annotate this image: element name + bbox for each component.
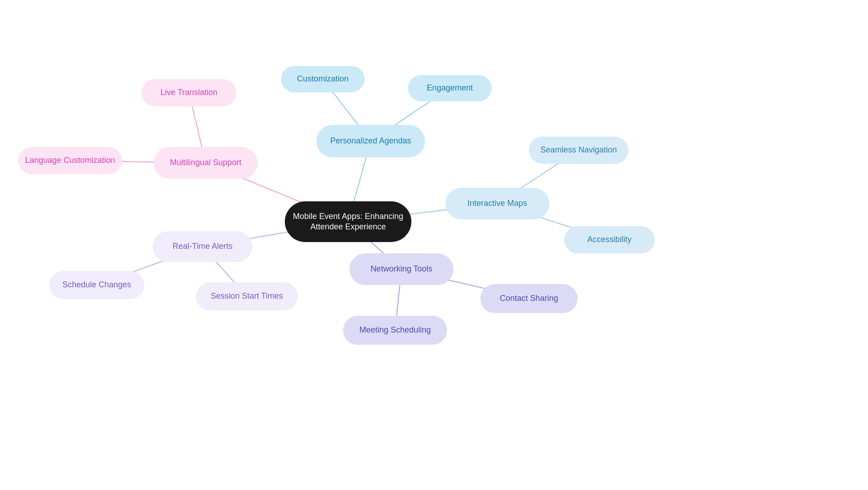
meeting-scheduling-label: Meeting Scheduling	[356, 325, 434, 335]
meeting-scheduling-node[interactable]: Meeting Scheduling	[343, 316, 447, 345]
schedule-changes-label: Schedule Changes	[59, 280, 135, 290]
networking-tools-label: Networking Tools	[367, 264, 436, 274]
accessibility-label: Accessibility	[584, 234, 635, 245]
accessibility-node[interactable]: Accessibility	[564, 226, 655, 253]
engagement-node[interactable]: Engagement	[408, 75, 492, 101]
customization-node[interactable]: Customization	[281, 66, 365, 92]
center-node-label: Mobile Event Apps: Enhancing Attendee Ex…	[285, 211, 411, 233]
interactive-maps-label: Interactive Maps	[464, 198, 531, 209]
schedule-changes-node[interactable]: Schedule Changes	[49, 271, 144, 299]
live-translation-node[interactable]: Live Translation	[142, 79, 236, 106]
seamless-navigation-node[interactable]: Seamless Navigation	[529, 137, 628, 164]
real-time-alerts-node[interactable]: Real-Time Alerts	[153, 231, 252, 262]
language-customization-label: Language Customization	[21, 155, 118, 166]
session-start-times-label: Session Start Times	[207, 291, 287, 301]
center-node[interactable]: Mobile Event Apps: Enhancing Attendee Ex…	[285, 201, 411, 242]
networking-tools-node[interactable]: Networking Tools	[349, 253, 453, 285]
multilingual-support-label: Multilingual Support	[166, 157, 245, 168]
multilingual-support-node[interactable]: Multilingual Support	[154, 147, 258, 179]
session-start-times-node[interactable]: Session Start Times	[196, 282, 298, 310]
live-translation-label: Live Translation	[157, 87, 221, 98]
personalized-agendas-label: Personalized Agendas	[326, 136, 415, 146]
contact-sharing-label: Contact Sharing	[496, 293, 561, 304]
customization-label: Customization	[293, 74, 352, 84]
seamless-navigation-label: Seamless Navigation	[537, 145, 620, 155]
interactive-maps-node[interactable]: Interactive Maps	[445, 188, 549, 219]
real-time-alerts-label: Real-Time Alerts	[169, 241, 236, 252]
contact-sharing-node[interactable]: Contact Sharing	[481, 284, 578, 313]
language-customization-node[interactable]: Language Customization	[18, 147, 122, 174]
engagement-label: Engagement	[423, 83, 476, 93]
personalized-agendas-node[interactable]: Personalized Agendas	[316, 125, 425, 157]
